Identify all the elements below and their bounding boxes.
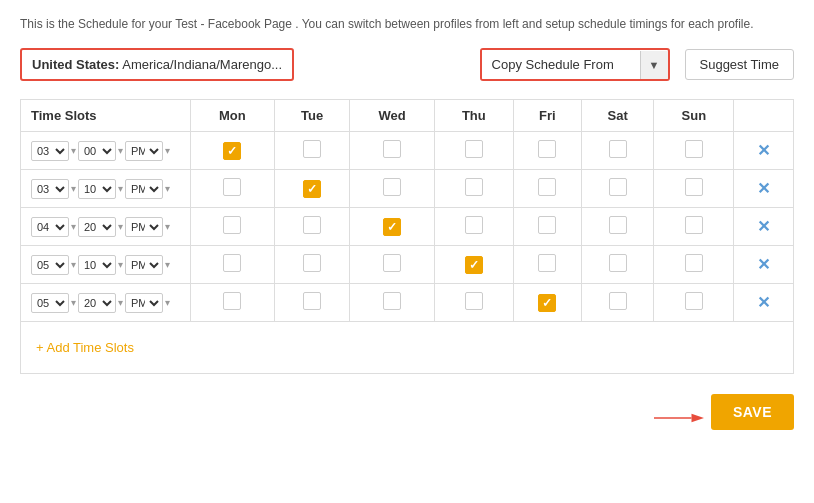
hour-arrow-icon: ▾ (71, 297, 76, 308)
checkbox-sun[interactable] (685, 254, 703, 272)
checkbox-wed[interactable] (383, 218, 401, 236)
min-select[interactable]: 000510152025303540455055 (78, 255, 116, 275)
ampm-select[interactable]: AMPM (125, 217, 163, 237)
schedule-table: Time Slots Mon Tue Wed Thu Fri Sat Sun 0… (20, 99, 794, 374)
hour-select[interactable]: 010203040506070809101112 (31, 293, 69, 313)
checkbox-sun[interactable] (685, 292, 703, 310)
ampm-select[interactable]: AMPM (125, 293, 163, 313)
checkbox-cell-thu (434, 170, 513, 208)
hour-select[interactable]: 010203040506070809101112 (31, 255, 69, 275)
description-text: This is the Schedule for your Test - Fac… (20, 15, 794, 33)
delete-row-button[interactable]: ✕ (757, 293, 770, 312)
table-header-row: Time Slots Mon Tue Wed Thu Fri Sat Sun (21, 100, 794, 132)
checkbox-cell-fri (513, 284, 581, 322)
delete-row-button[interactable]: ✕ (757, 141, 770, 160)
checkbox-cell-fri (513, 132, 581, 170)
min-select[interactable]: 000510152025303540455055 (78, 141, 116, 161)
checkbox-sat[interactable] (609, 292, 627, 310)
checkbox-cell-wed (350, 132, 435, 170)
checkbox-wed[interactable] (383, 178, 401, 196)
add-time-slots-button[interactable]: + Add Time Slots (31, 330, 139, 365)
checkbox-tue[interactable] (303, 180, 321, 198)
save-button[interactable]: SAVE (711, 394, 794, 430)
min-select[interactable]: 000510152025303540455055 (78, 217, 116, 237)
checkbox-thu[interactable] (465, 178, 483, 196)
time-slot-cell: 010203040506070809101112▾000510152025303… (21, 284, 191, 322)
col-header-wed: Wed (350, 100, 435, 132)
checkbox-cell-sat (582, 284, 654, 322)
ampm-select[interactable]: AMPM (125, 179, 163, 199)
hour-select[interactable]: 010203040506070809101112 (31, 141, 69, 161)
timezone-box[interactable]: United States: America/Indiana/Marengo..… (20, 48, 294, 81)
table-row: 010203040506070809101112▾000510152025303… (21, 284, 794, 322)
copy-schedule-wrapper[interactable]: Copy Schedule From ▼ (480, 48, 670, 81)
ampm-select[interactable]: AMPM (125, 255, 163, 275)
checkbox-thu[interactable] (465, 292, 483, 310)
checkbox-fri[interactable] (538, 254, 556, 272)
checkbox-mon[interactable] (223, 142, 241, 160)
checkbox-cell-mon (191, 170, 275, 208)
checkbox-cell-tue (274, 170, 350, 208)
checkbox-tue[interactable] (303, 292, 321, 310)
checkbox-cell-sat (582, 170, 654, 208)
ampm-select[interactable]: AMPM (125, 141, 163, 161)
checkbox-mon[interactable] (223, 178, 241, 196)
checkbox-fri[interactable] (538, 216, 556, 234)
hour-select[interactable]: 010203040506070809101112 (31, 217, 69, 237)
table-row: 010203040506070809101112▾000510152025303… (21, 132, 794, 170)
checkbox-cell-sun (654, 208, 734, 246)
checkbox-tue[interactable] (303, 254, 321, 272)
checkbox-sat[interactable] (609, 178, 627, 196)
checkbox-sun[interactable] (685, 216, 703, 234)
delete-cell: ✕ (734, 170, 794, 208)
checkbox-cell-tue (274, 208, 350, 246)
hour-select[interactable]: 010203040506070809101112 (31, 179, 69, 199)
arrow-hint (654, 408, 704, 428)
hour-arrow-icon: ▾ (71, 145, 76, 156)
checkbox-thu[interactable] (465, 216, 483, 234)
checkbox-cell-fri (513, 170, 581, 208)
col-header-timeslots: Time Slots (21, 100, 191, 132)
suggest-time-button[interactable]: Suggest Time (685, 49, 795, 80)
checkbox-wed[interactable] (383, 292, 401, 310)
checkbox-mon[interactable] (223, 292, 241, 310)
table-row: 010203040506070809101112▾000510152025303… (21, 208, 794, 246)
checkbox-cell-sun (654, 170, 734, 208)
checkbox-wed[interactable] (383, 140, 401, 158)
checkbox-sun[interactable] (685, 140, 703, 158)
checkbox-sat[interactable] (609, 216, 627, 234)
hour-arrow-icon: ▾ (71, 221, 76, 232)
checkbox-sun[interactable] (685, 178, 703, 196)
time-slot-cell: 010203040506070809101112▾000510152025303… (21, 132, 191, 170)
checkbox-cell-fri (513, 208, 581, 246)
delete-row-button[interactable]: ✕ (757, 217, 770, 236)
min-arrow-icon: ▾ (118, 259, 123, 270)
checkbox-cell-wed (350, 284, 435, 322)
ampm-arrow-icon: ▾ (165, 183, 170, 194)
ampm-arrow-icon: ▾ (165, 145, 170, 156)
checkbox-tue[interactable] (303, 140, 321, 158)
checkbox-cell-thu (434, 132, 513, 170)
col-header-sat: Sat (582, 100, 654, 132)
min-select[interactable]: 000510152025303540455055 (78, 179, 116, 199)
checkbox-cell-sat (582, 208, 654, 246)
checkbox-fri[interactable] (538, 140, 556, 158)
checkbox-sat[interactable] (609, 140, 627, 158)
checkbox-thu[interactable] (465, 256, 483, 274)
checkbox-wed[interactable] (383, 254, 401, 272)
col-header-sun: Sun (654, 100, 734, 132)
copy-schedule-select[interactable]: Copy Schedule From (482, 50, 640, 79)
checkbox-tue[interactable] (303, 216, 321, 234)
bottom-bar: SAVE (20, 394, 794, 430)
delete-row-button[interactable]: ✕ (757, 179, 770, 198)
checkbox-fri[interactable] (538, 294, 556, 312)
min-select[interactable]: 000510152025303540455055 (78, 293, 116, 313)
checkbox-mon[interactable] (223, 254, 241, 272)
delete-row-button[interactable]: ✕ (757, 255, 770, 274)
checkbox-mon[interactable] (223, 216, 241, 234)
col-header-thu: Thu (434, 100, 513, 132)
checkbox-sat[interactable] (609, 254, 627, 272)
timezone-label: United States: (32, 57, 119, 72)
checkbox-fri[interactable] (538, 178, 556, 196)
checkbox-thu[interactable] (465, 140, 483, 158)
